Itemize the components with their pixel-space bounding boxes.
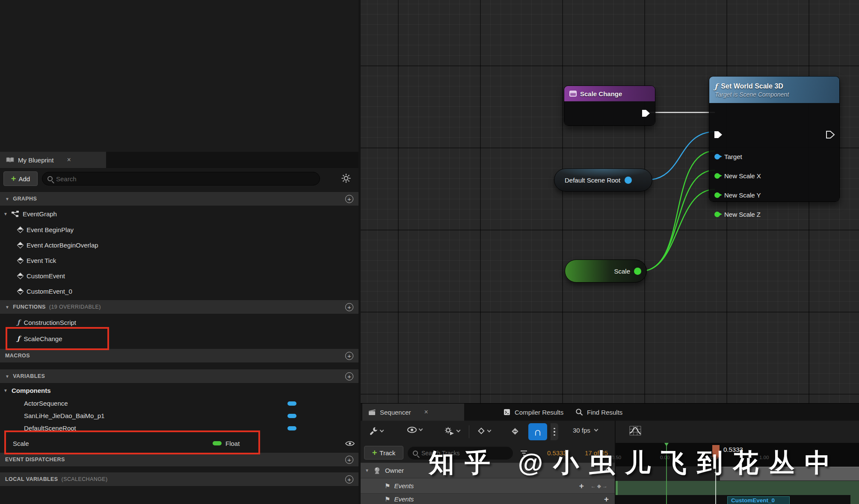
event-track-lane[interactable] <box>616 481 859 495</box>
list-item-scalechange[interactable]: ƒ ScaleChange <box>0 330 358 347</box>
key-navigation[interactable]: ←◆→ <box>591 483 609 489</box>
function-icon: ƒ <box>17 335 20 342</box>
playback-start-handle[interactable] <box>664 443 669 446</box>
node-title: Scale <box>614 268 630 275</box>
list-item-event[interactable]: Event Tick <box>0 253 358 268</box>
playback-start-marker[interactable] <box>666 444 667 504</box>
search-tracks-bar[interactable] <box>408 447 513 460</box>
default-scene-root-node[interactable]: Default Scene Root <box>554 168 652 192</box>
eye-icon[interactable] <box>345 440 355 447</box>
add-icon[interactable]: + <box>604 466 609 475</box>
section-label: LOCAL VARIABLES <box>5 476 58 482</box>
caret-down-icon[interactable]: ▼ <box>3 388 8 393</box>
scale-x-wire <box>641 151 715 271</box>
track-row-events-2[interactable]: ⚑ Events + <box>361 493 615 504</box>
add-function-icon[interactable]: + <box>345 303 353 311</box>
gear-icon[interactable] <box>341 174 351 183</box>
list-item-event[interactable]: CustomEvent <box>0 268 358 283</box>
variable-row[interactable]: ActorSequence <box>0 397 358 410</box>
list-item-event[interactable]: Event BeginPlay <box>0 222 358 237</box>
set-world-scale-3d-node[interactable]: ƒ Set World Scale 3D Target is Scene Com… <box>709 76 840 202</box>
variable-label: ActorSequence <box>24 400 68 407</box>
sequencer-options-dropdown[interactable] <box>369 427 383 436</box>
caret-down-icon[interactable]: ▼ <box>5 197 9 201</box>
list-item-eventgraph[interactable]: ▼ EventGraph <box>0 206 358 222</box>
caret-down-icon[interactable]: ▼ <box>3 212 8 216</box>
add-macro-icon[interactable]: + <box>345 352 353 360</box>
custom-event-section[interactable]: CustomEvent_0 <box>727 496 790 504</box>
new-scale-z-pin[interactable] <box>714 212 720 217</box>
search-tracks-input[interactable] <box>421 450 508 457</box>
variable-row[interactable]: SanLiHe_JieDao_BaiMo_p1 <box>0 410 358 422</box>
section-graphs[interactable]: ▼ GRAPHS + <box>0 192 358 206</box>
chevron-down-icon <box>456 428 461 433</box>
list-item-event[interactable]: Event ActorBeginOverlap <box>0 237 358 253</box>
scale-output-pin[interactable] <box>634 268 641 275</box>
object-type-pill <box>287 414 296 418</box>
section-local-variables[interactable]: LOCAL VARIABLES (SCALECHANGE) + <box>0 472 358 486</box>
tab-find-results[interactable]: Find Results <box>569 404 628 421</box>
list-item-constructionscript[interactable]: ƒ ConstructionScript <box>0 314 358 330</box>
scale-change-node[interactable]: Scale Change <box>564 85 655 126</box>
filter-icon[interactable] <box>520 450 528 456</box>
new-scale-x-pin[interactable] <box>714 173 720 179</box>
section-macros[interactable]: MACROS + <box>0 348 358 363</box>
exec-out-pin[interactable] <box>641 109 651 118</box>
section-suffix: (19 OVERRIDABLE) <box>49 304 101 310</box>
new-scale-y-pin[interactable] <box>714 192 720 198</box>
close-icon[interactable]: × <box>67 156 71 164</box>
track-row-events[interactable]: ⚑ Events + ←◆→ <box>361 478 615 493</box>
item-label: Event BeginPlay <box>27 226 74 233</box>
curve-editor-button[interactable] <box>629 426 641 436</box>
add-key-icon[interactable]: + <box>579 481 584 491</box>
scene-root-output-pin[interactable] <box>625 177 632 184</box>
variable-row-scale[interactable]: Scale Float <box>0 434 358 452</box>
events-section-bar[interactable] <box>720 467 859 480</box>
playhead-line <box>715 459 716 504</box>
section-variables[interactable]: ▼ VARIABLES + <box>0 369 358 383</box>
add-key-diamond-icon[interactable]: ◆ <box>597 483 602 489</box>
add-button[interactable]: + Add <box>3 171 38 186</box>
pin-label: New Scale Z <box>724 211 761 218</box>
tab-my-blueprint[interactable]: My Blueprint × <box>0 152 106 168</box>
scale-variable-node[interactable]: Scale <box>565 259 647 283</box>
exec-out-pin[interactable] <box>826 130 835 139</box>
fps-dropdown[interactable]: 30 fps <box>573 427 598 434</box>
caret-down-icon[interactable]: ▼ <box>5 374 9 379</box>
keyframe-options-dropdown[interactable] <box>477 427 491 435</box>
auto-key-button[interactable] <box>510 427 520 436</box>
section-functions[interactable]: ▼ FUNCTIONS (19 OVERRIDABLE) + <box>0 300 358 314</box>
caret-down-icon[interactable]: ▼ <box>5 305 9 309</box>
category-components[interactable]: ▼ Components <box>0 383 358 397</box>
view-options-dropdown[interactable] <box>407 427 422 433</box>
add-graph-icon[interactable]: + <box>345 195 353 203</box>
target-pin[interactable] <box>714 154 720 159</box>
add-track-button[interactable]: + Track <box>364 446 403 460</box>
graph-wires <box>361 0 859 406</box>
tab-sequencer[interactable]: Sequencer × <box>362 404 464 421</box>
search-bar[interactable] <box>42 172 320 186</box>
exec-in-pin[interactable] <box>714 130 723 139</box>
add-key-icon[interactable]: + <box>604 495 609 504</box>
search-icon <box>47 176 53 181</box>
close-icon[interactable]: × <box>424 408 428 416</box>
add-dispatcher-icon[interactable]: + <box>345 456 353 464</box>
track-row-owner[interactable]: ▼ Owner + <box>361 463 615 478</box>
caret-down-icon[interactable]: ▼ <box>365 468 369 473</box>
playback-options-dropdown[interactable] <box>444 427 460 436</box>
section-event-dispatchers[interactable]: EVENT DISPATCHERS + <box>0 452 358 467</box>
current-time-value[interactable]: 0.5333 <box>547 449 567 457</box>
prev-key-icon[interactable]: ← <box>591 483 597 489</box>
event-icon <box>17 288 24 295</box>
list-item-event[interactable]: CustomEvent_0 <box>0 283 358 299</box>
book-icon <box>6 157 14 163</box>
graph-icon <box>12 211 19 217</box>
variable-row[interactable]: DefaultSceneRoot <box>0 422 358 434</box>
search-input[interactable] <box>56 175 314 183</box>
next-key-icon[interactable]: → <box>602 483 609 489</box>
tab-compiler-results[interactable]: Compiler Results <box>498 404 569 421</box>
add-local-variable-icon[interactable]: + <box>345 475 353 483</box>
add-variable-icon[interactable]: + <box>345 372 353 380</box>
snap-toggle-button[interactable]: ∩ <box>528 423 547 440</box>
snap-options-menu[interactable] <box>551 423 558 440</box>
